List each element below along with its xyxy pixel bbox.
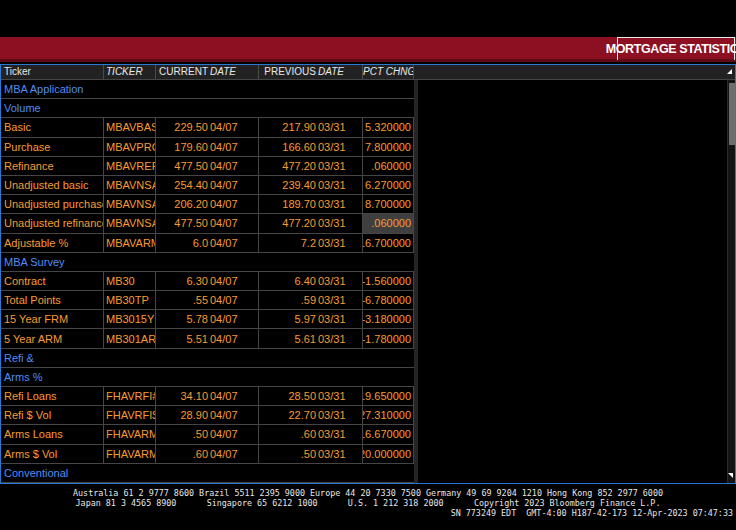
row-previous-cell[interactable]: 477.20 03/31 [259, 157, 363, 175]
row-previous-cell[interactable]: .59 03/31 [259, 291, 363, 309]
row-pct-chng-cell[interactable]: -1.780000 [363, 329, 414, 347]
table-row[interactable]: Contract MB30 6.30 04/07 6.40 03/31 -1.5… [1, 272, 414, 291]
row-previous-cell[interactable]: 217.90 03/31 [259, 118, 363, 136]
section-header-row[interactable]: Conventional [1, 464, 414, 483]
row-ticker-cell[interactable]: MBAVBASC [104, 118, 156, 136]
row-label-cell[interactable]: Arms Loans [1, 425, 104, 443]
column-header-previous-date[interactable]: PREVIOUS DATE [259, 65, 363, 79]
table-row[interactable]: Unadjusted basic MBAVNSAB 254.40 04/07 2… [1, 176, 414, 195]
row-previous-cell[interactable]: 28.50 03/31 [259, 387, 363, 405]
row-ticker-cell[interactable]: MBAVPRCH [104, 138, 156, 156]
vertical-scrollbar[interactable] [727, 80, 735, 483]
row-previous-cell[interactable]: .60 03/31 [259, 425, 363, 443]
row-current-cell[interactable]: 477.50 04/07 [156, 214, 259, 232]
row-previous-cell[interactable]: 239.40 03/31 [259, 176, 363, 194]
row-pct-chng-cell[interactable]: 8.700000 [363, 195, 414, 213]
row-pct-chng-cell[interactable]: -1.560000 [363, 272, 414, 290]
table-row[interactable]: Refinance MBAVREFI 477.50 04/07 477.20 0… [1, 157, 414, 176]
row-current-cell[interactable]: 34.10 04/07 [156, 387, 259, 405]
row-current-cell[interactable]: 179.60 04/07 [156, 138, 259, 156]
row-ticker-cell[interactable]: MB30TP [104, 291, 156, 309]
column-header-pct-chng[interactable]: PCT CHNG [363, 65, 414, 79]
column-header-current-date[interactable]: CURRENT DATE [156, 65, 259, 79]
row-ticker-cell[interactable]: MB30 [104, 272, 156, 290]
row-label-cell[interactable]: Total Points [1, 291, 104, 309]
row-ticker-cell[interactable]: MBAVNSAB [104, 176, 156, 194]
row-label-cell[interactable]: Refi $ Vol [1, 406, 104, 424]
row-ticker-cell[interactable]: MBAVREFI [104, 157, 156, 175]
row-label-cell[interactable]: Basic [1, 118, 104, 136]
row-ticker-cell[interactable]: MBAVARM% [104, 234, 156, 252]
row-current-cell[interactable]: .60 04/07 [156, 445, 259, 463]
row-current-cell[interactable]: 229.50 04/07 [156, 118, 259, 136]
row-pct-chng-cell[interactable]: .060000 [363, 214, 414, 232]
row-pct-chng-cell[interactable]: 19.650000 [363, 387, 414, 405]
row-previous-cell[interactable]: 5.61 03/31 [259, 329, 363, 347]
row-previous-cell[interactable]: 166.60 03/31 [259, 138, 363, 156]
table-row[interactable]: Arms Loans FHAVARM# .50 04/07 .60 03/31 … [1, 425, 414, 444]
row-label-cell[interactable]: Purchase [1, 138, 104, 156]
row-label-cell[interactable]: Unadjusted refinance [1, 214, 104, 232]
row-previous-cell[interactable]: 189.70 03/31 [259, 195, 363, 213]
table-row[interactable]: Purchase MBAVPRCH 179.60 04/07 166.60 03… [1, 138, 414, 157]
row-previous-cell[interactable]: 5.97 03/31 [259, 310, 363, 328]
row-pct-chng-cell[interactable]: 27.310000 [363, 406, 414, 424]
row-ticker-cell[interactable]: MB301ARM [104, 329, 156, 347]
row-label-cell[interactable]: Refinance [1, 157, 104, 175]
section-header-row[interactable]: MBA Survey [1, 253, 414, 272]
table-row[interactable]: Unadjusted purchase MBAVNSAP 206.20 04/0… [1, 195, 414, 214]
row-pct-chng-cell[interactable]: -16.700000 [363, 234, 414, 252]
row-current-cell[interactable]: 206.20 04/07 [156, 195, 259, 213]
row-current-cell[interactable]: 477.50 04/07 [156, 157, 259, 175]
row-current-cell[interactable]: 6.30 04/07 [156, 272, 259, 290]
row-ticker-cell[interactable]: FHAVARM$ [104, 445, 156, 463]
row-pct-chng-cell[interactable]: 5.320000 [363, 118, 414, 136]
section-header-row[interactable]: Refi & [1, 349, 414, 368]
row-ticker-cell[interactable]: FHAVRFI# [104, 387, 156, 405]
row-label-cell[interactable]: Unadjusted purchase [1, 195, 104, 213]
row-ticker-cell[interactable]: MBAVNSAP [104, 195, 156, 213]
row-label-cell[interactable]: Adjustable % [1, 234, 104, 252]
row-pct-chng-cell[interactable]: 20.000000 [363, 445, 414, 463]
row-label-cell[interactable]: Refi Loans [1, 387, 104, 405]
row-pct-chng-cell[interactable]: .060000 [363, 157, 414, 175]
section-header-row[interactable]: Arms % [1, 368, 414, 387]
table-row[interactable]: Basic MBAVBASC 229.50 04/07 217.90 03/31… [1, 118, 414, 137]
row-previous-cell[interactable]: .50 03/31 [259, 445, 363, 463]
table-row[interactable]: Adjustable % MBAVARM% 6.0 04/07 7.2 03/3… [1, 234, 414, 253]
table-row[interactable]: Arms $ Vol FHAVARM$ .60 04/07 .50 03/31 … [1, 445, 414, 464]
row-current-cell[interactable]: 254.40 04/07 [156, 176, 259, 194]
row-previous-cell[interactable]: 7.2 03/31 [259, 234, 363, 252]
row-current-cell[interactable]: .55 04/07 [156, 291, 259, 309]
row-previous-cell[interactable]: 477.20 03/31 [259, 214, 363, 232]
row-current-cell[interactable]: .50 04/07 [156, 425, 259, 443]
table-row[interactable]: Refi Loans FHAVRFI# 34.10 04/07 28.50 03… [1, 387, 414, 406]
scroll-down-corner-icon[interactable] [728, 473, 733, 478]
row-label-cell[interactable]: 5 Year ARM [1, 329, 104, 347]
row-previous-cell[interactable]: 6.40 03/31 [259, 272, 363, 290]
section-header-row[interactable]: MBA Application [1, 80, 414, 99]
row-previous-cell[interactable]: 22.70 03/31 [259, 406, 363, 424]
row-pct-chng-cell[interactable]: -16.670000 [363, 425, 414, 443]
row-label-cell[interactable]: Arms $ Vol [1, 445, 104, 463]
row-ticker-cell[interactable]: FHAVRFI$ [104, 406, 156, 424]
column-header-ticker[interactable]: TICKER [104, 65, 156, 79]
row-ticker-cell[interactable]: FHAVARM# [104, 425, 156, 443]
row-ticker-cell[interactable]: MB3015YR [104, 310, 156, 328]
row-current-cell[interactable]: 5.78 04/07 [156, 310, 259, 328]
table-row[interactable]: Unadjusted refinance MBAVNSAR 477.50 04/… [1, 214, 414, 233]
row-label-cell[interactable]: Unadjusted basic [1, 176, 104, 194]
column-header-ticker-label[interactable]: Ticker [1, 65, 104, 79]
table-row[interactable]: Total Points MB30TP .55 04/07 .59 03/31 … [1, 291, 414, 310]
section-header-row[interactable]: Volume [1, 99, 414, 118]
row-current-cell[interactable]: 6.0 04/07 [156, 234, 259, 252]
scroll-up-corner-icon[interactable] [727, 69, 732, 74]
scrollbar-thumb[interactable] [729, 83, 735, 145]
row-pct-chng-cell[interactable]: -6.780000 [363, 291, 414, 309]
row-label-cell[interactable]: Contract [1, 272, 104, 290]
row-pct-chng-cell[interactable]: 7.800000 [363, 138, 414, 156]
row-current-cell[interactable]: 5.51 04/07 [156, 329, 259, 347]
row-pct-chng-cell[interactable]: -3.180000 [363, 310, 414, 328]
row-ticker-cell[interactable]: MBAVNSAR [104, 214, 156, 232]
row-current-cell[interactable]: 28.90 04/07 [156, 406, 259, 424]
